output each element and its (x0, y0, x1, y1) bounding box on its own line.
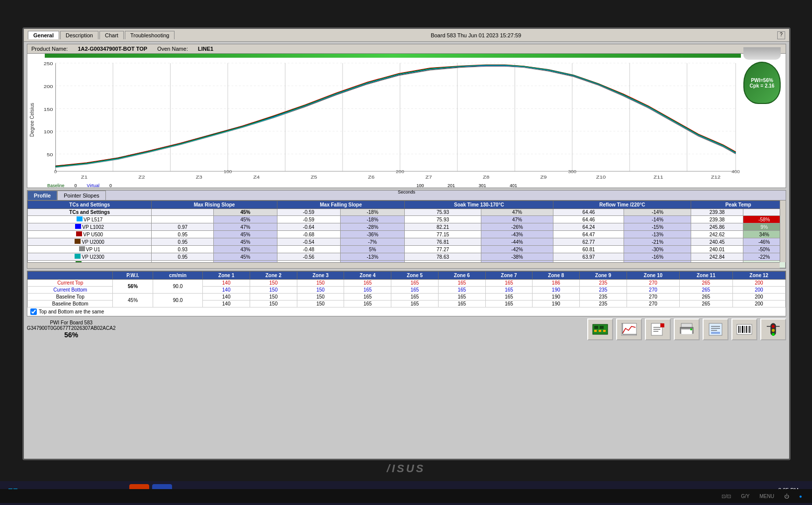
tab-troubleshooting[interactable]: Troubleshooting (125, 31, 175, 39)
zone-col-z12: Zone 12 (732, 272, 785, 280)
chart-icon-btn[interactable] (616, 318, 642, 340)
tab-chart[interactable]: Chart (99, 31, 124, 39)
svg-text:Z8: Z8 (483, 174, 489, 180)
print-icon-btn[interactable] (674, 318, 700, 340)
footer-section: PWI For Board 583 G347900T0G0677T2026307… (27, 318, 786, 340)
pwi-value: PWI=56% (751, 78, 773, 83)
table-row-vpu2300: VP U2300 0.95 45% -0.56 -13% 78.63 -38% … (28, 253, 786, 261)
svg-rect-47 (603, 330, 606, 332)
zone-col-blank (28, 272, 113, 280)
table-row-vpl1002: VP L1002 0.97 47% -0.64 -28% 82.21 -26% … (28, 223, 786, 231)
baseline-label: Baseline (47, 183, 65, 188)
svg-text:100: 100 (44, 129, 53, 134)
row-label-settings: TCs and Settings (28, 209, 152, 216)
cpk-value: Cpk = 2.16 (750, 83, 775, 89)
svg-rect-70 (746, 326, 747, 333)
title-bar: General Description Chart Troubleshootin… (24, 29, 789, 42)
zone-col-speed: cm/min (153, 272, 203, 280)
zone-green-bar (45, 54, 741, 58)
zone-row-baseline-top: Baseline Top 45% 90.0 140 150 150 165 16… (28, 294, 786, 301)
zone-col-z3: Zone 3 (297, 272, 344, 280)
asus-logo: /ISUS (387, 462, 425, 475)
svg-rect-71 (748, 326, 748, 333)
zone-col-z5: Zone 5 (391, 272, 439, 280)
y-axis-label: Degree Celsius (27, 58, 37, 182)
tab-description[interactable]: Description (60, 31, 98, 39)
table-scrollbar-h[interactable] (27, 262, 780, 268)
window-title: Board 583 Thu Jun 01 2023 15:27:59 (431, 32, 521, 38)
chart-body: Degree Celsius 250 200 150 100 50 (27, 58, 786, 182)
chart-svg: 250 200 150 100 50 (37, 58, 786, 182)
zone-col-z4: Zone 4 (344, 272, 391, 280)
table-row-vpu500: VP U500 0.95 45% -0.68 -36% 77.15 -43% 6… (28, 231, 786, 238)
svg-point-76 (772, 333, 775, 336)
svg-rect-56 (681, 323, 692, 327)
zone-col-z6: Zone 6 (438, 272, 485, 280)
svg-rect-68 (742, 326, 743, 333)
profile-table: TCs and Settings Max Rising Slope Max Fa… (27, 201, 786, 268)
svg-point-74 (772, 325, 775, 328)
zone-col-z8: Zone 8 (533, 272, 580, 280)
baseline-val: 0 (75, 183, 77, 188)
svg-text:Z4: Z4 (253, 174, 260, 180)
svg-text:Z9: Z9 (540, 174, 546, 180)
virtual-val: 0 (109, 183, 112, 188)
zone-table: P.W.I. cm/min Zone 1 Zone 2 Zone 3 Zone … (27, 271, 786, 307)
report-icon-btn[interactable] (703, 318, 728, 340)
osd-power: ⏻ (784, 494, 789, 499)
pwi-badge: PWI=56% Cpk = 2.16 (743, 62, 781, 104)
table-row-vpu2000: VP U2000 0.95 45% -0.54 -7% 76.81 -44% 6… (28, 238, 786, 246)
svg-text:Z11: Z11 (653, 174, 663, 180)
osd-indicator: ● (799, 494, 802, 499)
svg-rect-64 (711, 332, 720, 334)
zone-col-z10: Zone 10 (627, 272, 679, 280)
baseline-row: Baseline 0 Virtual 0 100 201 301 401 (47, 182, 786, 189)
same-checkbox[interactable] (30, 308, 37, 315)
board-icon-btn[interactable] (587, 318, 613, 340)
svg-rect-43 (594, 326, 598, 329)
tab-bar: General Description Chart Troubleshootin… (28, 31, 175, 39)
svg-point-75 (772, 329, 775, 332)
checkbox-row: Top and Bottom are the same (27, 307, 786, 316)
svg-text:300: 300 (568, 169, 576, 174)
svg-text:Z10: Z10 (596, 174, 606, 180)
pwi-info: PWI For Board 583 G347900T0G0677T2026307… (27, 320, 115, 339)
table-scrollbar-v[interactable] (780, 201, 786, 262)
traffic-light-icon-btn[interactable] (760, 318, 786, 340)
close-button[interactable]: ? (777, 31, 785, 39)
virtual-label: Virtual (87, 183, 99, 188)
svg-text:Z5: Z5 (311, 174, 317, 180)
osd-ratio: ⊡/⊡ (722, 494, 731, 499)
barcode-icon-btn[interactable] (731, 318, 757, 340)
svg-rect-78 (776, 326, 780, 327)
svg-rect-45 (594, 330, 597, 332)
svg-text:Z12: Z12 (711, 174, 721, 180)
table-row-header: TCs and Settings 45% -0.59 -18% 75.93 47… (28, 209, 786, 216)
osd-menu: MENU (760, 494, 774, 499)
svg-text:0: 0 (54, 169, 57, 174)
profile-table-wrapper: TCs and Settings Max Rising Slope Max Fa… (27, 201, 786, 268)
svg-text:50: 50 (47, 152, 53, 157)
svg-rect-44 (600, 326, 604, 329)
col-max-falling: Max Falling Slope (277, 201, 405, 209)
zone-col-z9: Zone 9 (580, 272, 627, 280)
zone-col-pwi: P.W.I. (113, 272, 153, 280)
col-tc: TCs and Settings (28, 201, 152, 209)
main-screen: General Description Chart Troubleshootin… (22, 27, 791, 460)
svg-rect-69 (744, 326, 745, 333)
svg-text:250: 250 (44, 61, 53, 66)
seconds-label: 100 201 301 401 (122, 183, 786, 188)
osd-gy: G/Y (741, 494, 749, 499)
tab-general[interactable]: General (28, 31, 59, 39)
svg-rect-52 (660, 323, 664, 327)
chart-header: Product Name: 1A2-G00347900T-BOT TOP Ove… (27, 44, 786, 54)
svg-text:Z2: Z2 (138, 174, 145, 180)
zone-section: P.W.I. cm/min Zone 1 Zone 2 Zone 3 Zone … (27, 271, 786, 316)
svg-point-59 (690, 328, 692, 330)
pwi-board-label: PWI For Board 583 (27, 320, 115, 325)
notes-icon-btn[interactable] (645, 318, 671, 340)
svg-text:400: 400 (731, 169, 740, 174)
profile-section: Profile Pointer Slopes TCs and Settings … (27, 190, 786, 269)
svg-text:Z6: Z6 (368, 174, 374, 180)
col-soak: Soak Time 130-170°C (405, 201, 553, 209)
